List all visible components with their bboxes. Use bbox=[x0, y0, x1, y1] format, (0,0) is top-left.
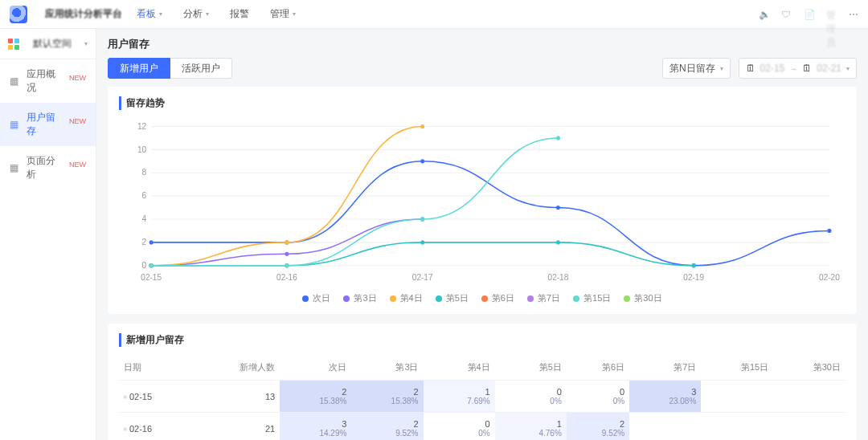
new-badge: NEW bbox=[69, 74, 86, 82]
top-nav-manage[interactable]: 管理▾ bbox=[270, 7, 296, 21]
main-content: 用户留存 新增用户 活跃用户 第N日留存 ▾ 🗓 02-15 → 🗓 02-21… bbox=[96, 29, 868, 440]
workspace-selector[interactable]: 默认空间 ▾ bbox=[0, 29, 96, 59]
svg-text:02-16: 02-16 bbox=[276, 272, 297, 281]
legend-item[interactable]: 第6日 bbox=[481, 292, 514, 304]
empty-cell bbox=[701, 381, 773, 413]
legend-item[interactable]: 第15日 bbox=[573, 292, 611, 304]
svg-point-43 bbox=[556, 136, 560, 140]
workspace-icon bbox=[8, 39, 19, 50]
retention-cell: 314.29% bbox=[280, 413, 351, 441]
svg-point-34 bbox=[420, 240, 424, 244]
new-badge: NEW bbox=[69, 161, 86, 169]
date-cell: ▪ 02-15 bbox=[119, 381, 192, 413]
table-header: 第5日 bbox=[495, 355, 567, 381]
table-header: 第7日 bbox=[629, 355, 701, 381]
chart-card-title: 留存趋势 bbox=[119, 96, 845, 110]
volume-icon[interactable]: 🔈 bbox=[759, 9, 770, 20]
menu-icon: ▦ bbox=[10, 162, 20, 173]
legend-item[interactable]: 第4日 bbox=[390, 292, 423, 304]
top-nav-dashboard[interactable]: 看板▾ bbox=[137, 7, 162, 21]
legend-label: 第4日 bbox=[400, 292, 423, 304]
svg-point-23 bbox=[556, 206, 560, 210]
sidebar-item-1[interactable]: ▦用户留存NEW bbox=[0, 103, 96, 146]
legend-dot-icon bbox=[343, 295, 350, 302]
table-header: 新增人数 bbox=[192, 355, 280, 381]
shield-icon[interactable]: 🛡 bbox=[781, 9, 792, 20]
empty-cell bbox=[773, 413, 845, 441]
svg-point-27 bbox=[285, 252, 289, 256]
sidebar-item-label: 应用概况 bbox=[27, 67, 61, 95]
sidebar: 默认空间 ▾ ▦应用概况NEW▦用户留存NEW▦页面分析NEW bbox=[0, 29, 96, 440]
retention-type-select[interactable]: 第N日留存 ▾ bbox=[662, 58, 731, 79]
table-row: ▪ 02-1621314.29%29.52%00%14.76%29.52% bbox=[119, 413, 845, 441]
table-card-title: 新增用户留存 bbox=[119, 333, 845, 347]
legend-dot-icon bbox=[302, 295, 309, 302]
chevron-down-icon: ▾ bbox=[720, 65, 723, 72]
legend-item[interactable]: 第30日 bbox=[624, 292, 661, 304]
svg-text:8: 8 bbox=[142, 168, 147, 177]
calendar-icon: 🗓 bbox=[802, 63, 812, 74]
svg-text:02-17: 02-17 bbox=[412, 272, 433, 281]
tab-new-user[interactable]: 新增用户 bbox=[108, 58, 170, 79]
top-nav-analysis[interactable]: 分析▾ bbox=[183, 7, 209, 21]
more-icon[interactable]: ⋯ bbox=[849, 9, 858, 20]
chevron-down-icon: ▾ bbox=[846, 65, 850, 72]
top-nav-alert[interactable]: 报警 bbox=[230, 7, 249, 21]
menu-icon: ▦ bbox=[10, 119, 20, 130]
retention-chart: 02468101202-1502-1602-1702-1802-1902-20 bbox=[119, 118, 845, 287]
svg-point-41 bbox=[285, 263, 289, 267]
svg-text:02-18: 02-18 bbox=[548, 272, 569, 281]
legend-label: 第7日 bbox=[538, 292, 560, 304]
retention-cell: 323.08% bbox=[629, 381, 701, 413]
chart-legend: 次日第3日第4日第5日第6日第7日第15日第30日 bbox=[119, 292, 845, 304]
svg-point-22 bbox=[420, 159, 424, 163]
retention-cell: 17.69% bbox=[424, 381, 495, 413]
legend-item[interactable]: 第3日 bbox=[343, 292, 376, 304]
svg-point-40 bbox=[149, 263, 154, 267]
legend-dot-icon bbox=[527, 295, 534, 302]
retention-cell: 14.76% bbox=[495, 413, 567, 441]
count-cell: 13 bbox=[192, 381, 280, 413]
top-nav: 看板▾ 分析▾ 报警 管理▾ bbox=[137, 7, 296, 21]
svg-point-31 bbox=[420, 124, 424, 128]
svg-text:02-15: 02-15 bbox=[141, 272, 162, 281]
tab-active-user[interactable]: 活跃用户 bbox=[170, 58, 232, 79]
retention-cell: 29.52% bbox=[567, 413, 629, 441]
retention-cell: 00% bbox=[424, 413, 495, 441]
table-header: 第4日 bbox=[424, 355, 495, 381]
top-header-right: 🔈 🛡 📄 管理员 ⋯ bbox=[759, 9, 858, 20]
page-title: 用户留存 bbox=[108, 37, 857, 51]
side-menu: ▦应用概况NEW▦用户留存NEW▦页面分析NEW bbox=[0, 59, 96, 189]
table-header: 第30日 bbox=[773, 355, 845, 381]
retention-cell: 00% bbox=[567, 381, 629, 413]
svg-text:2: 2 bbox=[142, 238, 147, 246]
table-card: 新增用户留存 日期新增人数次日第3日第4日第5日第6日第7日第15日第30日▪ … bbox=[108, 324, 857, 440]
sidebar-item-0[interactable]: ▦应用概况NEW bbox=[0, 59, 96, 103]
chevron-down-icon: ▾ bbox=[84, 40, 88, 47]
empty-cell bbox=[701, 413, 773, 441]
empty-cell bbox=[629, 413, 701, 441]
doc-icon[interactable]: 📄 bbox=[804, 9, 815, 20]
legend-item[interactable]: 次日 bbox=[302, 292, 330, 304]
legend-label: 第6日 bbox=[492, 292, 514, 304]
toolbar: 新增用户 活跃用户 第N日留存 ▾ 🗓 02-15 → 🗓 02-21 ▾ bbox=[108, 58, 857, 79]
legend-item[interactable]: 第5日 bbox=[436, 292, 469, 304]
legend-label: 次日 bbox=[313, 292, 330, 304]
date-range-picker[interactable]: 🗓 02-15 → 🗓 02-21 ▾ bbox=[739, 58, 857, 79]
table-row: ▪ 02-1513215.38%215.38%17.69%00%00%323.0… bbox=[119, 381, 845, 413]
chevron-down-icon: ▾ bbox=[293, 10, 296, 18]
user-menu[interactable]: 管理员 bbox=[826, 9, 837, 20]
svg-text:10: 10 bbox=[137, 145, 146, 153]
date-cell: ▪ 02-16 bbox=[119, 413, 192, 441]
legend-dot-icon bbox=[436, 295, 442, 302]
svg-point-20 bbox=[149, 240, 154, 244]
svg-point-35 bbox=[556, 240, 560, 244]
legend-item[interactable]: 第7日 bbox=[527, 292, 560, 304]
sidebar-item-2[interactable]: ▦页面分析NEW bbox=[0, 146, 96, 189]
retention-cell: 215.38% bbox=[280, 381, 351, 413]
table-header: 次日 bbox=[280, 355, 351, 381]
retention-cell: 29.52% bbox=[351, 413, 423, 441]
legend-dot-icon bbox=[573, 295, 579, 302]
legend-label: 第30日 bbox=[634, 292, 661, 304]
retention-cell: 00% bbox=[495, 381, 567, 413]
